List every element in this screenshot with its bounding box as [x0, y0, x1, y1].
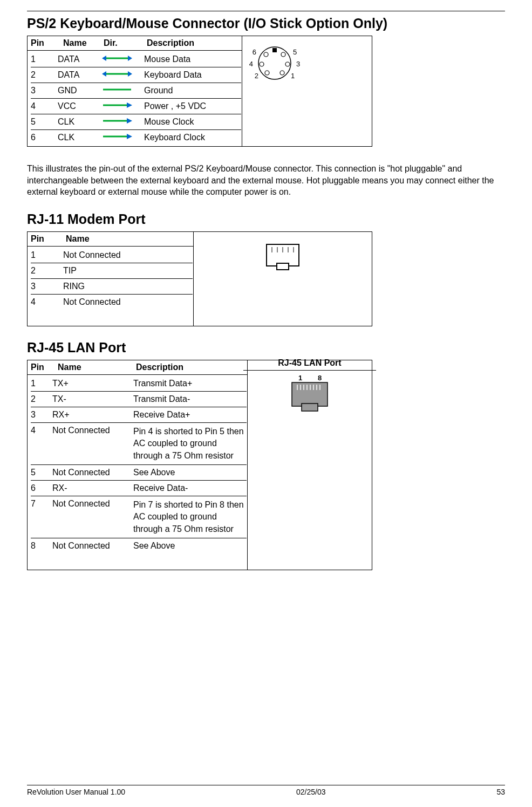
table-row: 4 Not Connected Pin 4 is shorted to Pin … [31, 423, 247, 465]
ps2-table: Pin Name Dir. Description [27, 36, 372, 147]
rj11-table: Pin Name 1 [27, 231, 372, 326]
svg-marker-19 [128, 71, 132, 77]
rj45-header-pin: Pin [31, 363, 58, 372]
svg-text:4: 4 [249, 60, 253, 68]
ps2-paragraph: This illustrates the pin-out of the exte… [27, 163, 505, 198]
table-row: 2 TIP [31, 263, 193, 279]
svg-text:6: 6 [253, 48, 256, 56]
svg-point-3 [281, 52, 285, 57]
svg-point-4 [260, 62, 264, 66]
svg-marker-26 [127, 134, 132, 139]
table-row: 4 Not Connected [31, 295, 193, 310]
out-arrow-icon [101, 101, 133, 109]
rj45-port-icon: 1 8 [285, 374, 334, 417]
rj11-header-name: Name [66, 234, 190, 244]
table-row: 3 RX+ Receive Data+ [31, 407, 247, 423]
ps2-connector-icon: 6 5 4 3 2 1 [242, 42, 307, 85]
table-row: 2 TX- Transmit Data- [31, 392, 247, 407]
table-row: 8 Not Connected See Above [31, 538, 247, 553]
rj11-header-pin: Pin [31, 234, 66, 244]
footer-left: ReVolution User Manual 1.00 [27, 788, 125, 796]
svg-point-6 [265, 71, 269, 75]
svg-point-7 [280, 71, 284, 75]
svg-marker-18 [102, 71, 106, 77]
ps2-header-desc: Description [147, 38, 238, 48]
table-row: 2 DATA Keyboard Data [31, 67, 241, 83]
table-row: 1 DATA Mouse Data [31, 52, 241, 67]
section-title-rj11: RJ-11 Modem Port [27, 211, 505, 227]
table-row: 4 VCC Power , +5 VDC [31, 99, 241, 114]
svg-marker-24 [127, 118, 132, 124]
svg-point-2 [264, 52, 268, 57]
bidir-arrow-icon [101, 54, 133, 62]
svg-text:5: 5 [293, 48, 297, 56]
rj45-header-diag: RJ-45 LAN Port [243, 356, 376, 371]
line-icon [101, 86, 133, 93]
table-row: 3 GND Ground [31, 83, 241, 99]
table-row: 5 Not Connected See Above [31, 465, 247, 481]
table-row: 1 TX+ Transmit Data+ [31, 376, 247, 392]
rj11-port-icon [264, 242, 302, 274]
ps2-header-pin: Pin [31, 38, 63, 48]
svg-rect-28 [277, 263, 289, 270]
bidir-arrow-icon [101, 70, 133, 78]
footer-center: 02/25/03 [296, 788, 326, 796]
table-row: 5 CLK Mouse Clock [31, 114, 241, 130]
table-row: 6 CLK Keyboard Clock [31, 130, 241, 145]
out-arrow-icon [101, 117, 133, 125]
page-footer: ReVolution User Manual 1.00 02/25/03 53 [27, 785, 505, 796]
svg-text:8: 8 [318, 374, 322, 382]
footer-right: 53 [496, 788, 505, 796]
ps2-header-dir: Dir. [104, 38, 147, 48]
out-arrow-icon [101, 133, 133, 140]
svg-rect-1 [272, 48, 277, 52]
section-title-ps2: PS/2 Keyboard/Mouse Connector (I/O Stick… [27, 16, 505, 31]
svg-marker-22 [127, 102, 132, 108]
svg-marker-16 [128, 56, 132, 61]
ps2-header-name: Name [63, 38, 104, 48]
svg-marker-15 [102, 56, 106, 61]
table-row: 7 Not Connected Pin 7 is shorted to Pin … [31, 496, 247, 538]
svg-text:3: 3 [296, 60, 300, 68]
table-row: 1 Not Connected [31, 248, 193, 263]
section-title-rj45: RJ-45 LAN Port [27, 340, 505, 355]
rj45-header-name: Name [58, 363, 136, 372]
svg-text:2: 2 [255, 72, 258, 80]
rj45-header-desc: Description [136, 363, 244, 372]
table-row: 3 RING [31, 279, 193, 295]
svg-point-5 [285, 62, 290, 66]
svg-text:1: 1 [291, 72, 295, 80]
svg-text:1: 1 [298, 374, 302, 382]
rj45-table: Pin Name Description RJ-45 LAN Port 1 8 [27, 360, 372, 570]
svg-rect-37 [302, 404, 318, 411]
table-row: 6 RX- Receive Data- [31, 481, 247, 496]
